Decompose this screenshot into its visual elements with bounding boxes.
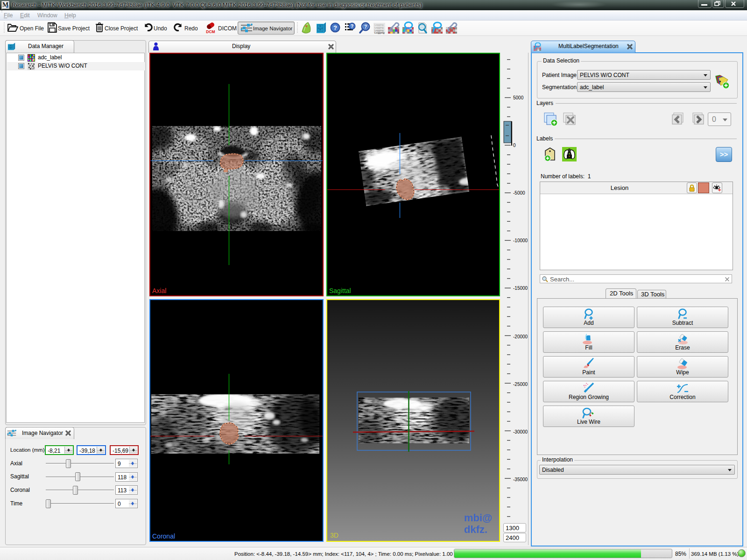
svg-text:Axial: Axial (152, 287, 166, 294)
svg-text:?: ? (364, 24, 367, 29)
svg-text:-15000: -15000 (513, 286, 528, 291)
svg-text:3D: 3D (330, 532, 338, 539)
svg-text:-35000: -35000 (513, 477, 528, 482)
svg-text:?: ? (333, 24, 337, 31)
svg-text:-20000: -20000 (513, 334, 528, 339)
svg-text:mbi@: mbi@ (464, 512, 493, 524)
svg-text:?: ? (351, 24, 353, 29)
svg-text:0: 0 (513, 143, 516, 148)
svg-text:-5000: -5000 (513, 190, 525, 196)
svg-text:Sagittal: Sagittal (329, 287, 351, 294)
svg-text:DCM: DCM (206, 29, 215, 34)
svg-text:dkfz.: dkfz. (464, 524, 487, 535)
svg-text:Coronal: Coronal (152, 532, 175, 540)
svg-text:-25000: -25000 (513, 382, 528, 387)
svg-text:-10000: -10000 (513, 238, 528, 243)
svg-text:-30000: -30000 (513, 429, 528, 434)
svg-text:Logging: Logging (374, 31, 385, 34)
svg-text:5000: 5000 (513, 95, 524, 100)
